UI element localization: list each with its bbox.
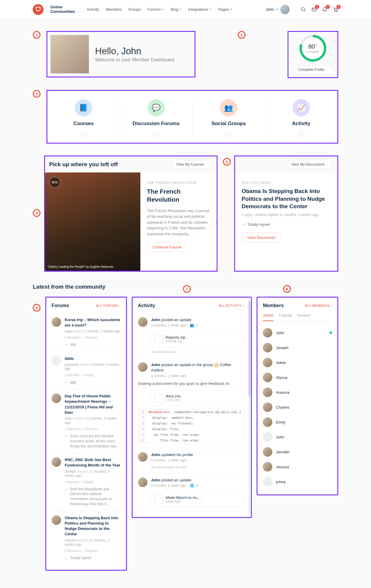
continue-course-button[interactable]: Continue Course (147, 242, 187, 252)
course-progress-badge: 45% (49, 177, 60, 188)
forum-topic-stats: 2 Members · 2 Replies (65, 427, 121, 431)
scrollbar[interactable] (249, 301, 250, 514)
member-item[interactable]: John (263, 325, 332, 340)
member-name: John (276, 435, 284, 439)
tiles: 📘Courses›💬Discussion Forums›👥Social Grou… (46, 90, 338, 144)
hello-card: Hello, John Welcome to your Member Dashb… (46, 31, 195, 77)
attachment-name: Reports.zip (166, 335, 185, 340)
attachment[interactable]: Miele-March-to-Au…5 MB PDF (151, 491, 244, 507)
complete-profile-button[interactable]: Complete Profile› (293, 65, 333, 74)
nav-integrations[interactable]: Integrations▼ (188, 7, 212, 12)
tile-courses[interactable]: 📘Courses› (47, 99, 120, 137)
forum-topic-reply: ↩ggg (65, 380, 121, 385)
nav-forums[interactable]: Forums▼ (148, 7, 164, 12)
avatar (263, 328, 272, 337)
avatar (138, 477, 148, 487)
annotation-1: 1 (33, 31, 41, 39)
member-item[interactable]: Charles (263, 400, 332, 415)
attachment[interactable]: Reports.zip475 KB Zip (151, 331, 244, 347)
tab-active[interactable]: Active (263, 313, 273, 321)
discussion-meta: 1 reply · charles replied 11 months, 3 w… (242, 213, 331, 217)
forum-topic[interactable]: Day Five of House Public Impeachment Hea… (52, 389, 121, 453)
members-title: Members (263, 303, 284, 308)
forum-topic-meta: Joseph replied 11 months, 3 weeks ago (65, 469, 121, 478)
forum-topic-stats: 2 Members · 2 Replies (65, 336, 121, 339)
tile-title: Courses (73, 121, 94, 127)
forum-topic[interactable]: RNC, DNC Both See Best Fundraising Month… (52, 453, 121, 511)
activity-text: John updated his profile (151, 452, 244, 458)
header-right: John ▼ 1 7 1 (266, 5, 338, 14)
tile-icon: 💬 (148, 99, 165, 116)
activity-time: 5 months, 1 week ago (151, 374, 244, 378)
logo[interactable]: ᗜ Online Communities (33, 4, 75, 15)
brand-name: Online Communities (46, 5, 75, 14)
member-item[interactable]: John (263, 430, 332, 444)
tab-popular[interactable]: Popular (279, 313, 292, 321)
all-activity-link[interactable]: ALL ACTIVITY › (218, 304, 244, 307)
forum-topic[interactable]: Obama Is Stepping Back Into Politics and… (52, 511, 121, 565)
tile-discussion-forums[interactable]: 💬Discussion Forums› (120, 99, 193, 137)
all-members-link[interactable]: ALL MEMBERS › (305, 304, 332, 307)
mail-icon[interactable]: 1 (311, 7, 317, 12)
avatar (52, 515, 61, 525)
tab-newest[interactable]: Newest (297, 313, 310, 321)
scrollbar-thumb[interactable] (249, 301, 250, 397)
avatar (263, 358, 272, 367)
member-item[interactable]: Arianna (263, 385, 332, 400)
chevron-right-icon: › (80, 131, 87, 137)
course-image: 45% "Liberty Leading the People" by Eugè… (45, 172, 140, 271)
nav-groups[interactable]: Groups (128, 7, 141, 12)
view-discussions-button[interactable]: View My Discussions› (286, 160, 333, 169)
reply-icon: ↩ (65, 434, 68, 439)
attachment-meta: 475 KB Zip (166, 340, 185, 343)
member-item[interactable]: Adele (263, 355, 332, 370)
cart-icon[interactable]: 1 (333, 7, 338, 12)
search-icon[interactable] (301, 7, 306, 12)
chevron-right-icon: › (298, 131, 305, 137)
forum-topic-reply: ↩Even if you put this Ukraine business a… (65, 434, 121, 449)
activity-text: John posted an update (151, 477, 244, 483)
user-menu[interactable]: John ▼ (266, 5, 290, 14)
member-item[interactable]: Emily (263, 415, 332, 430)
nav-pages[interactable]: Pages▼ (218, 7, 232, 12)
attachment[interactable]: docs.css2 KB CSS (151, 390, 244, 406)
avatar (263, 432, 272, 442)
member-name: Emily (276, 420, 285, 424)
course-title: The French Revolution (147, 187, 210, 204)
online-indicator (330, 332, 332, 334)
forum-topic-reply: ↩ddd (65, 342, 121, 347)
forum-topic-title: ddds (65, 356, 121, 361)
member-name: Adele (276, 360, 286, 365)
nav-blog[interactable]: Blog▼ (170, 7, 181, 12)
member-item[interactable]: Jennifer (263, 444, 332, 459)
all-forums-link[interactable]: ALL FORUMS › (96, 304, 121, 307)
svg-point-4 (336, 11, 337, 11)
member-item[interactable]: Alyssa (263, 370, 332, 385)
activity-text: John posted an update (151, 317, 244, 323)
activity-time: 5 months, 1 week ago (151, 458, 244, 462)
annotation-6: 6 (33, 304, 41, 312)
view-courses-button[interactable]: View My Courses› (171, 160, 212, 169)
chevron-right-icon: › (207, 163, 207, 166)
view-discussion-button[interactable]: View Discussion (242, 233, 281, 242)
forum-topic[interactable]: Korea trip – Which succulents are a must… (52, 313, 121, 352)
member-item[interactable]: Joseph (263, 340, 332, 355)
forum-topic-meta: jayaswal replied 1 month, 3 weeks ago (65, 363, 121, 371)
discussion-reply: Totally Agree! (247, 222, 271, 227)
nav-members[interactable]: Members (106, 7, 122, 12)
forum-topic-meta: charles replied 11 months, 3 weeks ago (65, 538, 121, 547)
forum-topic[interactable]: dddsjayaswal replied 1 month, 3 weeks ag… (52, 352, 121, 389)
tile-social-groups[interactable]: 👥Social Groups› (193, 99, 265, 137)
progress-label: Complete (307, 50, 319, 53)
members-panel: Members ALL MEMBERS › ActivePopularNewes… (257, 297, 338, 495)
member-item[interactable]: Jessica (263, 459, 332, 474)
svg-point-3 (335, 11, 335, 11)
bell-icon[interactable]: 7 (322, 7, 327, 12)
reply-icon: ↩ (242, 222, 245, 227)
forum-topic-stats: 1 Member · 1 Reply (65, 373, 121, 377)
nav-activity[interactable]: Activity (87, 7, 99, 12)
tile-activity[interactable]: 📈Activity› (265, 99, 338, 137)
member-item[interactable]: johna (263, 474, 332, 489)
member-name: John (276, 331, 284, 335)
group-icon (214, 363, 219, 368)
